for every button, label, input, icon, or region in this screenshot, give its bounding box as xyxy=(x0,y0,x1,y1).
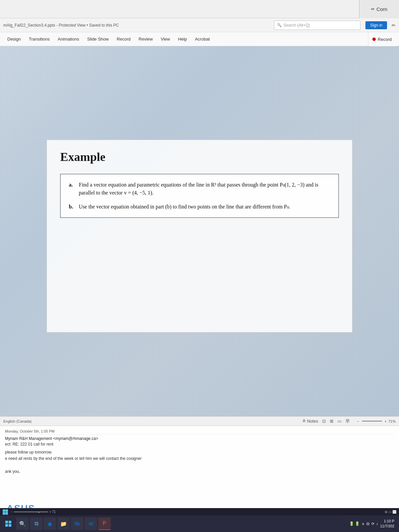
example-item-a: a. Find a vector equation and parametric… xyxy=(69,181,330,197)
view-icon-2[interactable]: ⊞ xyxy=(330,419,333,424)
edge-icon: ◉ xyxy=(48,521,52,527)
example-label-b: b. xyxy=(69,203,76,211)
status-center: ≙ Notes ⊡ ⊞ ▭ 早 − + 71% xyxy=(302,418,396,424)
search-taskbar-icon: 🔍 xyxy=(19,521,26,527)
battery-icon2: 🔋 xyxy=(355,521,360,526)
zoom-slider[interactable] xyxy=(362,421,382,422)
title-bar: mAlg_Fall22_Section3.4.pptx - Protected … xyxy=(0,18,399,32)
email-body-line-3 xyxy=(5,462,394,468)
taskbar-edge-button[interactable]: ◉ xyxy=(44,517,56,530)
store-icon: 🛍 xyxy=(74,521,80,527)
ribbon-item-acrobat[interactable]: Acrobat xyxy=(191,34,214,44)
search-placeholder: Search (Alt+Q) xyxy=(283,23,310,28)
volume-icon[interactable]: ♪ xyxy=(376,522,378,526)
example-text-b: Use the vector equation obtained in part… xyxy=(79,203,330,211)
refresh-icon[interactable]: ⟳ xyxy=(371,522,374,526)
email-subject: ect: RE: 222 01 call for rent xyxy=(5,442,394,447)
ribbon-item-view[interactable]: View xyxy=(157,34,174,44)
taskbar-system-tray: 🔋 🔋 ∧ ⊟ ⟳ ♪ 1:10 P 11/7/202 xyxy=(349,519,397,529)
email-body-line-4: ank you, xyxy=(5,468,394,475)
up-arrow-icon[interactable]: ∧ xyxy=(362,522,364,526)
email-header-date: Monday, October 5th, 1:05 PM xyxy=(5,429,394,435)
status-bar: English (Canada) ≙ Notes ⊡ ⊞ ▭ 早 − + 71% xyxy=(0,416,399,426)
notes-button[interactable]: ≙ Notes xyxy=(302,419,319,424)
top-bar: ✏ Corn xyxy=(0,0,399,18)
search-box[interactable]: 🔍 Search (Alt+Q) xyxy=(274,21,360,30)
ribbon-item-record[interactable]: Record xyxy=(113,34,135,44)
network-icon[interactable]: ⊟ xyxy=(366,522,369,526)
view-icon-3[interactable]: ▭ xyxy=(337,419,341,424)
battery-indicator: 🔋 🔋 xyxy=(349,521,360,526)
email-body-line-2: e need all rents by the end of the week … xyxy=(5,456,394,462)
example-text-a: Find a vector equation and parametric eq… xyxy=(79,181,330,197)
corner-label: ✏ Corn xyxy=(359,0,399,18)
explorer-icon: 📁 xyxy=(60,521,67,527)
example-box: a. Find a vector equation and parametric… xyxy=(60,174,339,218)
view-icon-1[interactable]: ⊡ xyxy=(322,419,326,424)
taskbar-store-button[interactable]: 🛍 xyxy=(71,517,83,530)
taskbar-app-icons: 🔍 ⧉ ◉ 📁 🛍 ✉ P xyxy=(16,517,111,530)
windows-start-button[interactable] xyxy=(2,517,15,530)
email-body: please follow up tomorrow. e need all re… xyxy=(5,449,394,475)
secondary-icon-1 xyxy=(3,509,8,515)
zoom-minus[interactable]: − xyxy=(357,419,359,423)
zoom-value: 71% xyxy=(388,419,396,423)
status-language: English (Canada) xyxy=(3,419,302,423)
ribbon-item-animations[interactable]: Animations xyxy=(54,34,83,44)
taskview-icon: ⧉ xyxy=(35,521,38,527)
time-value: 1:10 P xyxy=(380,519,394,524)
secondary-right-icons: ⊞ ▭ ⬜ xyxy=(385,510,396,514)
view-icon-4[interactable]: 早 xyxy=(345,418,350,424)
windows-icon xyxy=(5,521,11,527)
ribbon-item-review[interactable]: Review xyxy=(135,34,157,44)
taskbar-powerpoint-button[interactable]: P xyxy=(98,517,111,530)
search-icon: 🔍 xyxy=(277,23,282,27)
record-circle-icon xyxy=(372,38,376,41)
file-status: Protected View • Saved to this PC xyxy=(59,23,119,28)
email-body-line-1: please follow up tomorrow. xyxy=(5,449,394,456)
record-right-area[interactable]: Record xyxy=(368,32,396,46)
title-separator: - xyxy=(56,23,59,28)
battery-icon: 🔋 xyxy=(349,521,354,526)
date-value: 11/7/202 xyxy=(380,524,394,529)
zoom-area: − + 71% xyxy=(357,419,396,423)
slide-area: Example a. Find a vector equation and pa… xyxy=(0,46,399,426)
secondary-slider: ━━━━━━━━━━━━●━━━━ xyxy=(14,510,48,514)
slide-title: Example xyxy=(60,150,339,164)
corner-text: Corn xyxy=(376,6,387,12)
example-item-b: b. Use the vector equation obtained in p… xyxy=(69,203,330,211)
taskbar-mail-button[interactable]: ✉ xyxy=(84,517,97,530)
edit-icon-title: ✏ xyxy=(392,23,396,28)
notes-label: Notes xyxy=(307,419,318,424)
ribbon: Design Transitions Animations Slide Show… xyxy=(0,32,399,46)
filename: mAlg_Fall22_Section3.4.pptx xyxy=(3,23,55,28)
secondary-zoom: + 71 xyxy=(49,510,56,514)
edit-icon: ✏ xyxy=(371,7,375,12)
secondary-status-text: − xyxy=(11,510,13,514)
powerpoint-icon: P xyxy=(103,520,106,526)
example-label-a: a. xyxy=(69,181,76,197)
record-right-label: Record xyxy=(378,37,392,42)
secondary-taskbar-icons: − ━━━━━━━━━━━━●━━━━ + 71 xyxy=(3,509,56,515)
zoom-plus[interactable]: + xyxy=(385,419,387,423)
title-text: mAlg_Fall22_Section3.4.pptx - Protected … xyxy=(3,23,269,28)
secondary-taskbar: − ━━━━━━━━━━━━●━━━━ + 71 ⊞ ▭ ⬜ xyxy=(0,508,399,515)
ribbon-item-transitions[interactable]: Transitions xyxy=(25,34,54,44)
mail-icon: ✉ xyxy=(89,521,93,527)
taskbar: 🔍 ⧉ ◉ 📁 🛍 ✉ P 🔋 🔋 xyxy=(0,515,399,532)
ribbon-item-slideshow[interactable]: Slide Show xyxy=(83,34,113,44)
system-clock[interactable]: 1:10 P 11/7/202 xyxy=(380,519,394,529)
slide-content: Example a. Find a vector equation and pa… xyxy=(47,140,352,332)
taskbar-search-button[interactable]: 🔍 xyxy=(16,517,29,530)
email-from: Myriam R&H Management <myriam@rhmanage.c… xyxy=(5,436,394,441)
taskbar-taskview-button[interactable]: ⧉ xyxy=(30,517,43,530)
sign-in-button[interactable]: Sign in xyxy=(365,21,387,29)
ribbon-item-design[interactable]: Design xyxy=(3,34,25,44)
ribbon-item-help[interactable]: Help xyxy=(174,34,191,44)
taskbar-explorer-button[interactable]: 📁 xyxy=(57,517,70,530)
